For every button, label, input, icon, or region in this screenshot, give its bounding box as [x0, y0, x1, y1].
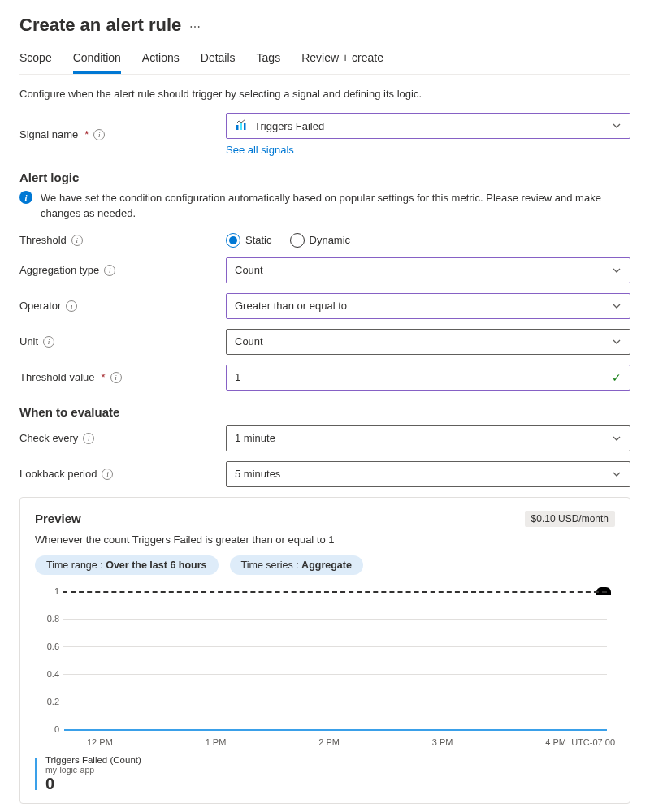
see-all-signals-link[interactable]: See all signals [226, 144, 294, 156]
threshold-row: Threshold i Static Dynamic [20, 233, 630, 248]
x-axis: 12 PM 1 PM 2 PM 3 PM 4 PM [63, 737, 607, 747]
lookback-value: 5 minutes [235, 468, 280, 480]
pill-value: Aggregate [301, 559, 352, 571]
lookback-label: Lookback period [20, 468, 97, 480]
x-tick: 3 PM [432, 737, 453, 747]
signal-name-row: Signal name * i Triggers Failed See all … [20, 113, 630, 156]
operator-label: Operator [20, 300, 61, 312]
check-every-value: 1 minute [235, 432, 275, 444]
signal-name-label: Signal name [20, 128, 78, 140]
signal-name-select[interactable]: Triggers Failed [226, 113, 630, 139]
aggregation-label: Aggregation type [20, 264, 99, 276]
operator-row: Operator i Greater than or equal to [20, 293, 630, 319]
legend-series: Triggers Failed (Count) [46, 755, 141, 765]
radio-label: Static [245, 234, 272, 246]
price-badge: $0.10 USD/month [525, 511, 615, 527]
chevron-down-icon [612, 469, 622, 479]
info-banner-icon: i [20, 191, 32, 204]
chart-data-line [64, 729, 607, 731]
metrics-icon [235, 119, 248, 134]
threshold-value-row: Threshold value * i 1 ✓ [20, 365, 630, 391]
threshold-value: 1 [235, 371, 240, 383]
chevron-down-icon [612, 266, 622, 275]
alert-logic-heading: Alert logic [20, 171, 630, 184]
operator-select[interactable]: Greater than or equal to [226, 293, 630, 319]
more-icon[interactable]: ⋯ [189, 20, 202, 33]
threshold-radio-dynamic[interactable]: Dynamic [290, 233, 351, 248]
preview-chart: 1 0.8 0.6 0.4 0.2 0 12 PM 1 PM 2 PM 3 PM… [35, 581, 615, 752]
preview-card: Preview $0.10 USD/month Whenever the cou… [20, 497, 630, 804]
legend-resource: my-logic-app [46, 765, 141, 775]
chevron-down-icon [612, 434, 622, 443]
chevron-down-icon [612, 301, 622, 311]
check-every-row: Check every i 1 minute [20, 425, 630, 451]
chevron-down-icon [612, 337, 622, 347]
tab-review-create[interactable]: Review + create [301, 44, 384, 74]
check-every-select[interactable]: 1 minute [226, 425, 630, 451]
info-icon[interactable]: i [83, 433, 94, 444]
tabs-bar: Scope Condition Actions Details Tags Rev… [20, 44, 630, 75]
preview-summary: Whenever the count Triggers Failed is gr… [35, 533, 615, 546]
pill-label: Time series : [241, 559, 302, 571]
unit-label: Unit [20, 335, 38, 348]
threshold-radio-static[interactable]: Static [226, 233, 272, 248]
threshold-value-input[interactable]: 1 ✓ [226, 365, 630, 391]
y-tick: 0.6 [35, 641, 59, 651]
info-icon[interactable]: i [72, 235, 83, 246]
tab-scope[interactable]: Scope [20, 44, 52, 74]
x-tick: 1 PM [206, 737, 227, 747]
info-banner-text: We have set the condition configuration … [41, 191, 630, 222]
info-icon[interactable]: i [93, 129, 105, 140]
info-icon[interactable]: i [104, 265, 115, 276]
y-tick: 0.4 [35, 669, 59, 679]
threshold-label: Threshold [20, 234, 67, 246]
y-tick: 0.2 [35, 697, 59, 706]
chart-legend: Triggers Failed (Count) my-logic-app 0 [35, 755, 615, 793]
pill-label: Time range : [46, 559, 106, 571]
page-title: Create an alert rule [20, 15, 181, 36]
operator-value: Greater than or equal to [235, 300, 347, 312]
x-tick: 4 PM [545, 737, 566, 747]
tab-actions[interactable]: Actions [142, 44, 180, 74]
tab-details[interactable]: Details [201, 44, 236, 74]
info-icon[interactable]: i [66, 300, 77, 312]
unit-row: Unit i Count [20, 329, 630, 355]
info-icon[interactable]: i [102, 469, 113, 480]
x-tick: 12 PM [87, 737, 113, 747]
required-asterisk: * [84, 128, 89, 140]
when-evaluate-heading: When to evaluate [20, 405, 630, 419]
x-tick: 2 PM [318, 737, 340, 747]
svg-rect-1 [240, 122, 243, 130]
check-every-label: Check every [20, 432, 78, 444]
signal-name-value: Triggers Failed [254, 120, 324, 132]
threshold-value-label: Threshold value [20, 371, 95, 383]
y-tick: 1 [35, 586, 59, 596]
info-icon[interactable]: i [43, 336, 54, 348]
time-range-pill[interactable]: Time range : Over the last 6 hours [35, 555, 219, 575]
lookback-select[interactable]: 5 minutes [226, 461, 630, 487]
y-tick: 0.8 [35, 614, 59, 624]
tab-condition[interactable]: Condition [73, 44, 121, 74]
unit-value: Count [235, 335, 263, 348]
unit-select[interactable]: Count [226, 329, 630, 355]
info-icon[interactable]: i [110, 372, 122, 383]
legend-value: 0 [46, 775, 141, 793]
pill-value: Over the last 6 hours [106, 559, 206, 571]
timezone-label: UTC-07:00 [571, 737, 615, 747]
lookback-row: Lookback period i 5 minutes [20, 461, 630, 487]
svg-rect-0 [236, 125, 239, 130]
legend-color-bar [35, 758, 37, 790]
aggregation-select[interactable]: Count [226, 257, 630, 283]
aggregation-value: Count [235, 264, 263, 276]
y-tick: 0 [35, 724, 59, 734]
aggregation-row: Aggregation type i Count [20, 257, 630, 283]
radio-label: Dynamic [310, 234, 351, 246]
valid-check-icon: ✓ [612, 371, 622, 384]
svg-rect-2 [244, 123, 246, 130]
preview-heading: Preview [35, 512, 81, 525]
info-banner: i We have set the condition configuratio… [20, 191, 630, 222]
chevron-down-icon [612, 121, 622, 131]
tab-tags[interactable]: Tags [257, 44, 281, 74]
page-description: Configure when the alert rule should tri… [20, 88, 630, 100]
time-series-pill[interactable]: Time series : Aggregate [230, 555, 363, 575]
